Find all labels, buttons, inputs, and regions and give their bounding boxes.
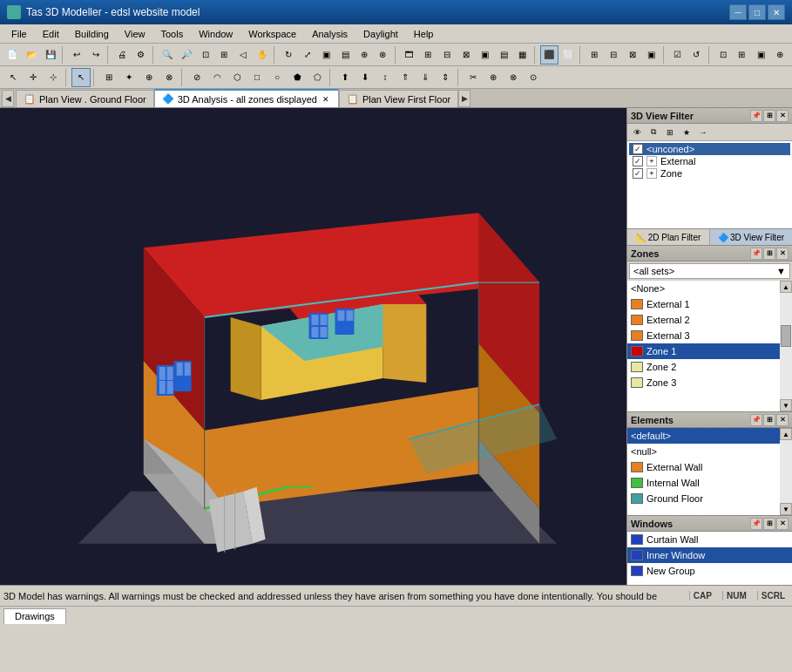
zone-3[interactable]: Zone 3 (627, 375, 792, 390)
menu-edit[interactable]: Edit (35, 26, 67, 42)
drawings-tab[interactable]: Drawings (3, 608, 66, 624)
undo-button[interactable]: ↩ (68, 45, 86, 64)
toolbar-btn-l[interactable]: ⊠ (623, 45, 641, 64)
tab-3d-analysis[interactable]: 🔷 3D Analysis - all zones displayed ✕ (154, 89, 339, 107)
zone-external1[interactable]: External 1 (627, 296, 792, 312)
windows-pin-button[interactable]: 📌 (750, 518, 762, 530)
new-button[interactable]: 📄 (3, 45, 22, 64)
poly-tool[interactable]: ⬡ (227, 68, 247, 87)
vf-close-button[interactable]: ✕ (776, 110, 789, 122)
snap-toggle[interactable]: ✦ (119, 68, 139, 87)
open-button[interactable]: 📂 (23, 45, 41, 64)
toolbar-btn-m[interactable]: ▣ (642, 45, 660, 64)
minimize-button[interactable]: ─ (729, 4, 747, 20)
view2d-button[interactable]: ⊞ (419, 45, 437, 64)
zones-filter-dropdown[interactable]: <all sets> ▼ (629, 263, 790, 279)
select-button[interactable]: ↖ (3, 68, 23, 87)
toolbar-btn-k[interactable]: ⊟ (605, 45, 623, 64)
vf-pin-button[interactable]: 📌 (750, 110, 762, 122)
tab-3d-view-filter[interactable]: 🔷 3D View Filter (710, 229, 792, 245)
zone-1[interactable]: Zone 1 (627, 343, 792, 359)
zone-external2[interactable]: External 2 (627, 312, 792, 328)
vf-grid-btn[interactable]: ⊞ (662, 126, 678, 139)
vf-item-zone[interactable]: ✓ + Zone (629, 167, 790, 180)
toolbar-btn-o[interactable]: ↺ (687, 45, 706, 64)
toolbar2-btn-a[interactable]: ⊗ (159, 68, 179, 87)
ortho-toggle[interactable]: ⊕ (139, 68, 159, 87)
windows-float-button[interactable]: ⊞ (763, 518, 775, 530)
element-ground-floor[interactable]: Ground Floor (627, 491, 792, 506)
zoom-in-button[interactable]: 🔍 (159, 45, 177, 64)
window-inner-window[interactable]: Inner Window (627, 547, 792, 563)
element-external-wall[interactable]: External Wall (627, 459, 792, 475)
line-tool[interactable]: ⊘ (187, 68, 206, 87)
move-button[interactable]: ✛ (24, 68, 43, 87)
menu-tools[interactable]: Tools (153, 26, 192, 42)
shaded-button[interactable]: ⬜ (559, 45, 578, 64)
vf-check-external[interactable]: ✓ (633, 156, 643, 166)
zone-none[interactable]: <None> (627, 281, 792, 296)
rotate-button[interactable]: ↻ (280, 45, 298, 64)
elements-scroll-up[interactable]: ▲ (780, 428, 792, 440)
vf-eye-btn[interactable]: 👁 (629, 126, 645, 139)
tab-next-arrow[interactable]: ▶ (458, 90, 470, 107)
view3d-button[interactable]: 🗔 (400, 45, 418, 64)
toolbar-btn-f[interactable]: ⊠ (457, 45, 475, 64)
menu-analysis[interactable]: Analysis (304, 26, 355, 42)
merge-tool[interactable]: ⊕ (484, 68, 503, 87)
toolbar2-btn-b[interactable]: ⬟ (288, 68, 307, 87)
toolbar2-btn-d[interactable]: ⬇ (355, 68, 375, 87)
tab-prev-arrow[interactable]: ◀ (2, 90, 14, 107)
orbit-button[interactable]: ⤢ (298, 45, 316, 64)
elements-scroll-down[interactable]: ▼ (780, 503, 792, 515)
tab-first-floor[interactable]: 📋 Plan View First Floor (339, 90, 458, 107)
zones-scroll-thumb[interactable] (781, 325, 791, 347)
vf-check-unconed[interactable]: ✓ (633, 144, 643, 154)
toolbar2-btn-h[interactable]: ⇕ (436, 68, 455, 87)
toolbar-btn-p[interactable]: ⊡ (714, 45, 732, 64)
toolbar2-btn-f[interactable]: ⇑ (396, 68, 415, 87)
vf-star-btn[interactable]: ★ (679, 126, 694, 139)
toolbar-btn-n[interactable]: ☑ (668, 45, 687, 64)
pan-button[interactable]: ✋ (253, 45, 271, 64)
toolbar2-btn-e[interactable]: ↕ (376, 68, 395, 87)
toolbar-btn-a[interactable]: ▣ (317, 45, 335, 64)
zones-scroll-up[interactable]: ▲ (780, 281, 792, 293)
toolbar-btn-j[interactable]: ⊞ (586, 45, 604, 64)
settings-button[interactable]: ⚙ (132, 45, 151, 64)
zones-float-button[interactable]: ⊞ (763, 248, 775, 260)
vf-item-external[interactable]: ✓ + External (629, 155, 790, 167)
window-new-group[interactable]: New Group (627, 563, 792, 579)
menu-view[interactable]: View (117, 26, 153, 42)
circle-tool[interactable]: ○ (267, 68, 287, 87)
zoom-out-button[interactable]: 🔎 (178, 45, 196, 64)
tab-2d-plan-filter[interactable]: 📐 2D Plan Filter (627, 229, 710, 245)
vf-arrow-btn[interactable]: → (695, 126, 711, 139)
vf-expand-external[interactable]: + (646, 156, 657, 166)
menu-file[interactable]: File (3, 26, 35, 42)
vf-float-button[interactable]: ⊞ (763, 110, 775, 122)
zoom-fit-button[interactable]: ⊡ (196, 45, 214, 64)
vf-expand-zone[interactable]: + (646, 168, 657, 179)
toolbar-btn-b[interactable]: ▤ (336, 45, 355, 64)
toolbar2-btn-c[interactable]: ⬠ (308, 68, 327, 87)
zone-external3[interactable]: External 3 (627, 328, 792, 343)
toolbar2-btn-g[interactable]: ⇓ (416, 68, 435, 87)
rect-tool[interactable]: □ (247, 68, 267, 87)
save-button[interactable]: 💾 (41, 45, 59, 64)
print-button[interactable]: 🖨 (113, 45, 132, 64)
zones-close-button[interactable]: ✕ (776, 248, 789, 260)
menu-daylight[interactable]: Daylight (355, 26, 406, 42)
close-button[interactable]: ✕ (768, 4, 785, 20)
toolbar-btn-d[interactable]: ⊗ (374, 45, 392, 64)
toolbar-btn-s[interactable]: ⊕ (770, 45, 789, 64)
toolbar-btn-q[interactable]: ⊞ (733, 45, 751, 64)
maximize-button[interactable]: □ (748, 4, 766, 20)
windows-close-button[interactable]: ✕ (776, 518, 789, 530)
elements-pin-button[interactable]: 📌 (750, 414, 762, 426)
tab-ground-floor[interactable]: 📋 Plan View . Ground Floor (16, 90, 154, 107)
menu-workspace[interactable]: Workspace (240, 26, 304, 42)
elements-float-button[interactable]: ⊞ (763, 414, 775, 426)
vf-item-unconed[interactable]: ✓ <unconed> (629, 143, 790, 155)
toolbar-btn-g[interactable]: ▣ (476, 45, 494, 64)
